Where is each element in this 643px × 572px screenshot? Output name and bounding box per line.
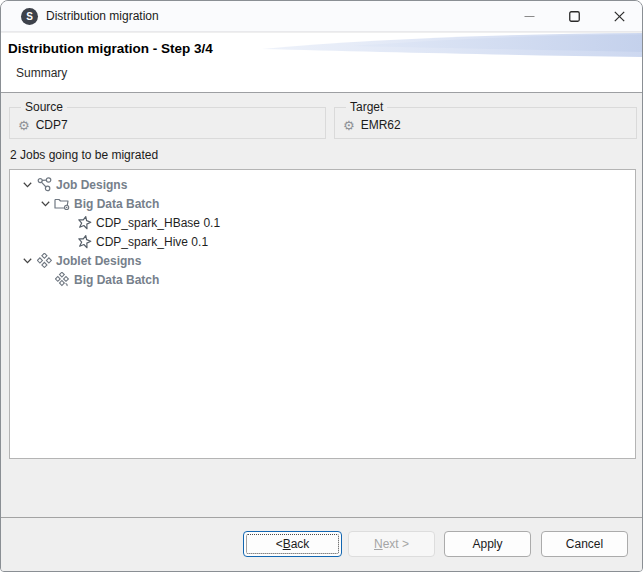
back-button-label: < bbox=[276, 537, 283, 551]
next-button-label-rest: ext > bbox=[383, 537, 409, 551]
title-bar: S Distribution migration bbox=[1, 1, 642, 32]
source-distribution-value: CDP7 bbox=[36, 118, 68, 132]
tree-row-big-data-batch-joblet[interactable]: Big Data Batch bbox=[10, 270, 635, 289]
source-group: Source ⚙ CDP7 bbox=[9, 107, 326, 139]
tree-row-job-hive[interactable]: CDP_spark_Hive 0.1 bbox=[10, 232, 635, 251]
next-button[interactable]: Next > bbox=[348, 531, 435, 557]
tree-item-label: Joblet Designs bbox=[56, 254, 141, 268]
next-button-mnemonic: N bbox=[374, 537, 383, 551]
chevron-down-icon[interactable] bbox=[20, 178, 34, 192]
close-icon bbox=[614, 11, 625, 22]
maximize-button[interactable] bbox=[552, 1, 597, 32]
jobs-count-label: 2 Jobs going to be migrated bbox=[10, 148, 158, 162]
wizard-content: Source ⚙ CDP7 Target ⚙ EMR62 2 Jobs goin… bbox=[1, 94, 642, 517]
job-designs-icon bbox=[36, 177, 52, 193]
cancel-button-label: Cancel bbox=[566, 537, 603, 551]
tree-item-label: CDP_spark_HBase 0.1 bbox=[96, 216, 220, 230]
tree-row-job-hbase[interactable]: CDP_spark_HBase 0.1 bbox=[10, 213, 635, 232]
tree-row-joblet-designs[interactable]: Joblet Designs bbox=[10, 251, 635, 270]
wizard-step-title: Distribution migration - Step 3/4 bbox=[8, 41, 213, 56]
back-button-label-rest: ack bbox=[291, 537, 310, 551]
migration-tree[interactable]: Job Designs Big Data Batch bbox=[9, 169, 636, 459]
chevron-down-icon[interactable] bbox=[38, 197, 52, 211]
banner-swoosh-decoration bbox=[262, 33, 642, 63]
cancel-button[interactable]: Cancel bbox=[541, 531, 628, 557]
joblet-icon bbox=[54, 272, 70, 288]
back-button[interactable]: < Back bbox=[243, 531, 342, 557]
tree-item-label: CDP_spark_Hive 0.1 bbox=[96, 235, 208, 249]
minimize-icon bbox=[524, 11, 535, 22]
minimize-button[interactable] bbox=[507, 1, 552, 32]
tree-indent-spacer bbox=[38, 273, 52, 287]
target-distribution-value: EMR62 bbox=[361, 118, 401, 132]
window-controls bbox=[507, 1, 642, 32]
wizard-header: Distribution migration - Step 3/4 Summar… bbox=[1, 33, 642, 93]
apply-button-label: Apply bbox=[472, 537, 502, 551]
job-icon bbox=[76, 215, 92, 231]
tree-row-job-designs[interactable]: Job Designs bbox=[10, 175, 635, 194]
source-group-legend: Source bbox=[21, 100, 67, 114]
button-bar: < Back Next > Apply Cancel bbox=[1, 517, 642, 571]
tree-item-label: Job Designs bbox=[56, 178, 127, 192]
job-icon bbox=[76, 234, 92, 250]
distribution-gear-icon: ⚙ bbox=[18, 119, 30, 132]
apply-button[interactable]: Apply bbox=[444, 531, 531, 557]
target-group: Target ⚙ EMR62 bbox=[334, 107, 637, 139]
maximize-icon bbox=[569, 11, 580, 22]
back-button-mnemonic: B bbox=[283, 537, 291, 551]
close-button[interactable] bbox=[597, 1, 642, 32]
tree-row-big-data-batch-folder[interactable]: Big Data Batch bbox=[10, 194, 635, 213]
app-icon: S bbox=[21, 8, 38, 25]
wizard-step-subtitle: Summary bbox=[16, 66, 67, 80]
joblet-designs-icon bbox=[36, 253, 52, 269]
target-group-legend: Target bbox=[346, 100, 387, 114]
window-title: Distribution migration bbox=[46, 9, 159, 23]
tree-item-label: Big Data Batch bbox=[74, 273, 159, 287]
chevron-down-icon[interactable] bbox=[20, 254, 34, 268]
folder-gear-icon bbox=[54, 196, 70, 212]
tree-item-label: Big Data Batch bbox=[74, 197, 159, 211]
dialog-window: S Distribution migration bbox=[0, 0, 643, 572]
distribution-gear-icon: ⚙ bbox=[343, 119, 355, 132]
